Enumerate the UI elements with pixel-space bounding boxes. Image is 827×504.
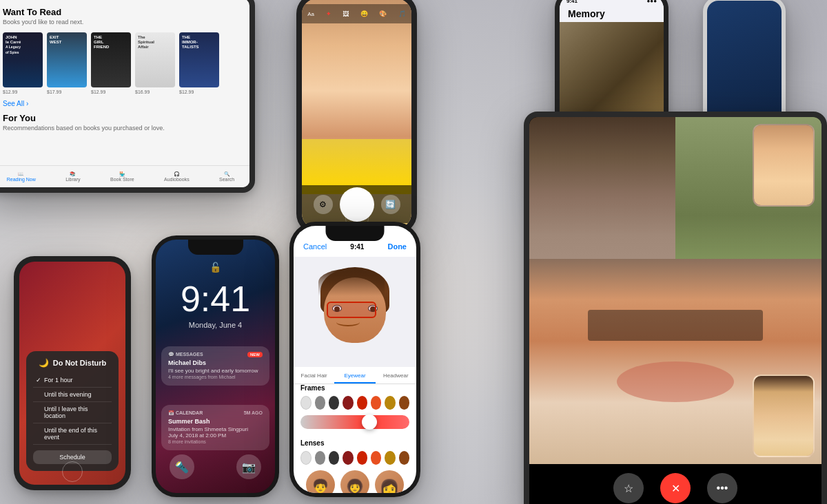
lens-color-gold[interactable] bbox=[385, 451, 395, 465]
dnd-option-2-label: Until this evening bbox=[44, 391, 92, 398]
color-dark-red[interactable] bbox=[343, 396, 353, 410]
memoji-preview-3[interactable]: 👩 bbox=[375, 470, 404, 493]
flash-button[interactable]: ⚙ bbox=[314, 195, 333, 214]
facetime-more-button[interactable]: ••• bbox=[707, 473, 737, 503]
see-all-text: See All bbox=[3, 100, 24, 107]
flashlight-icon: 🔦 bbox=[175, 461, 189, 474]
notif-calendar-title: Summer Bash bbox=[168, 418, 263, 425]
facetime-end-call-button[interactable]: ✕ bbox=[660, 473, 691, 503]
books-row: JOHNle CarréA Legacyof Spies $12.99 EXIT… bbox=[3, 32, 238, 94]
memoji-tabs: Facial Hair Eyewear Headwear bbox=[294, 369, 416, 384]
lock-time: 9:41 bbox=[156, 281, 275, 317]
notif-messages-title: Michael Dibs bbox=[168, 359, 263, 366]
dnd-option-1[interactable]: ✓ For 1 hour bbox=[33, 373, 112, 388]
facetime-star-button[interactable]: ☆ bbox=[613, 473, 644, 503]
lens-color-gray[interactable] bbox=[315, 451, 325, 465]
iphone-lock-device: 🔓 9:41 Monday, June 4 💬 MESSAGES new Mic… bbox=[152, 235, 279, 497]
notification-messages[interactable]: 💬 MESSAGES new Michael Dibs I'll see you… bbox=[161, 346, 269, 386]
flashlight-button[interactable]: 🔦 bbox=[170, 454, 194, 479]
notification-calendar[interactable]: 📅 CALENDAR 5m ago Summer Bash Invitation… bbox=[161, 405, 269, 450]
memoji-face-preview-2: 👩‍🦱 bbox=[345, 479, 365, 493]
memoji-preview-2[interactable]: 👩‍🦱 bbox=[340, 470, 369, 493]
lens-color-red[interactable] bbox=[357, 451, 367, 465]
color-gray[interactable] bbox=[315, 396, 325, 410]
color-gold[interactable] bbox=[385, 396, 395, 410]
tab-book-store[interactable]: 🏪 Book Store bbox=[110, 171, 134, 182]
book-cover-4: TheSpiritualAffair bbox=[135, 32, 175, 87]
book-title-5: THEIMMOR-TALISTS bbox=[182, 35, 216, 50]
camera-top-controls: Aa ✦ 🖼 😄 🎨 🎵 bbox=[302, 4, 411, 23]
see-all-link[interactable]: See All › bbox=[3, 100, 238, 107]
memoji-face bbox=[317, 267, 393, 357]
book-title-4: TheSpiritualAffair bbox=[138, 35, 172, 50]
lens-color-dark[interactable] bbox=[329, 451, 339, 465]
dnd-option-2[interactable]: ✓ Until this evening bbox=[33, 388, 112, 402]
tab-search[interactable]: 🔍 Search bbox=[219, 171, 234, 182]
book-title-1: JOHNle CarréA Legacyof Spies bbox=[6, 35, 40, 55]
for-you-title: For You bbox=[3, 113, 238, 123]
tab-eyewear[interactable]: Eyewear bbox=[334, 369, 375, 384]
frames-color-row bbox=[300, 396, 409, 410]
ipad-books-device: Want To Read Books you'd like to read ne… bbox=[0, 0, 255, 193]
tab-library[interactable]: 📚 Library bbox=[65, 171, 80, 182]
for-you-subtitle: Recommendations based on books you purch… bbox=[3, 125, 238, 132]
memoji-frames-section: Frames bbox=[300, 384, 409, 434]
text-icon: Aa bbox=[307, 11, 314, 17]
dnd-header: 🌙 Do Not Disturb bbox=[33, 358, 112, 368]
memoji-preview-1[interactable]: 🧑‍🦱 bbox=[306, 470, 335, 493]
notif-app-name: 💬 MESSAGES bbox=[168, 352, 203, 357]
tab-audiobooks[interactable]: 🎧 Audiobooks bbox=[164, 171, 190, 182]
facetime-self-view bbox=[753, 124, 815, 207]
color-orange-red[interactable] bbox=[371, 396, 381, 410]
dnd-panel: 🌙 Do Not Disturb ✓ For 1 hour ✓ Until th… bbox=[26, 351, 119, 471]
color-red[interactable] bbox=[357, 396, 367, 410]
book-price-1: $12.99 bbox=[3, 90, 43, 94]
book-cover-2: EXITWEST bbox=[47, 32, 87, 87]
memoji-cancel-button[interactable]: Cancel bbox=[303, 242, 327, 251]
iphone-dnd-device: 🌙 Do Not Disturb ✓ For 1 hour ✓ Until th… bbox=[14, 256, 131, 490]
lens-color-orange-red[interactable] bbox=[371, 451, 381, 465]
iphone-lock-screen: 🔓 9:41 Monday, June 4 💬 MESSAGES new Mic… bbox=[156, 240, 275, 493]
memory-status-time: 9:41 bbox=[566, 0, 578, 4]
ipad-books-screen: Want To Read Books you'd like to read ne… bbox=[0, 0, 249, 187]
memoji-done-button[interactable]: Done bbox=[387, 242, 407, 251]
color-dark[interactable] bbox=[329, 396, 339, 410]
memoji-avatar-area bbox=[294, 257, 416, 367]
tab-headwear[interactable]: Headwear bbox=[376, 369, 416, 384]
dnd-option-4[interactable]: ✓ Until the end of this event bbox=[33, 423, 112, 445]
iphone-camera-screen: Aa ✦ 🖼 😄 🎨 🎵 ⚙ 🔄 bbox=[302, 0, 411, 229]
color-brown[interactable] bbox=[399, 396, 409, 410]
notch bbox=[188, 240, 243, 255]
memory-title: Memory bbox=[568, 8, 655, 19]
chevron-right-icon: › bbox=[26, 100, 28, 107]
dnd-option-4-label: Until the end of this event bbox=[44, 427, 109, 441]
tab-facial-hair[interactable]: Facial Hair bbox=[294, 369, 334, 384]
lens-color-dark-red[interactable] bbox=[343, 451, 353, 465]
checkmark-icon: ✓ bbox=[36, 377, 41, 384]
camera-button[interactable]: 📷 bbox=[236, 454, 261, 479]
home-button[interactable] bbox=[62, 461, 83, 482]
iphone-memoji-device: Cancel 9:41 Done bbox=[289, 222, 420, 497]
lens-color-white[interactable] bbox=[300, 451, 312, 465]
more-icon: ••• bbox=[717, 482, 728, 494]
ipad-facetime-screen: ☆ ✕ ••• bbox=[529, 117, 821, 504]
lens-color-brown[interactable] bbox=[399, 451, 409, 465]
book-item-2: EXITWEST $17.99 bbox=[47, 32, 87, 94]
memoji-lenses-section: Lenses 🧑‍🦱 👩‍🦱 👩 bbox=[300, 439, 409, 493]
tab-reading-now[interactable]: 📖 Reading Now bbox=[7, 171, 36, 182]
notif-messages-body: I'll see you bright and early tomorrow4 … bbox=[168, 368, 263, 380]
books-section-title: Want To Read bbox=[3, 7, 238, 17]
dnd-option-3[interactable]: ✓ Until I leave this location bbox=[33, 402, 112, 423]
notif-calendar-body: Invitation from Shmeeta SingpuriJuly 4, … bbox=[168, 426, 263, 445]
size-slider[interactable] bbox=[300, 415, 409, 429]
book-title-3: THEGIRLFRIEND bbox=[94, 35, 128, 50]
memoji-face-preview-3: 👩 bbox=[379, 479, 400, 493]
effect-icon: 🎨 bbox=[379, 10, 387, 17]
book-price-3: $12.99 bbox=[91, 90, 131, 94]
audio-icon: 🎵 bbox=[398, 10, 406, 17]
book-item-1: JOHNle CarréA Legacyof Spies $12.99 bbox=[3, 32, 43, 94]
memoji-mouth bbox=[336, 318, 360, 326]
color-white[interactable] bbox=[300, 396, 312, 410]
notif-app-label: 💬 MESSAGES new bbox=[168, 352, 263, 357]
flip-camera-button[interactable]: 🔄 bbox=[381, 195, 400, 214]
